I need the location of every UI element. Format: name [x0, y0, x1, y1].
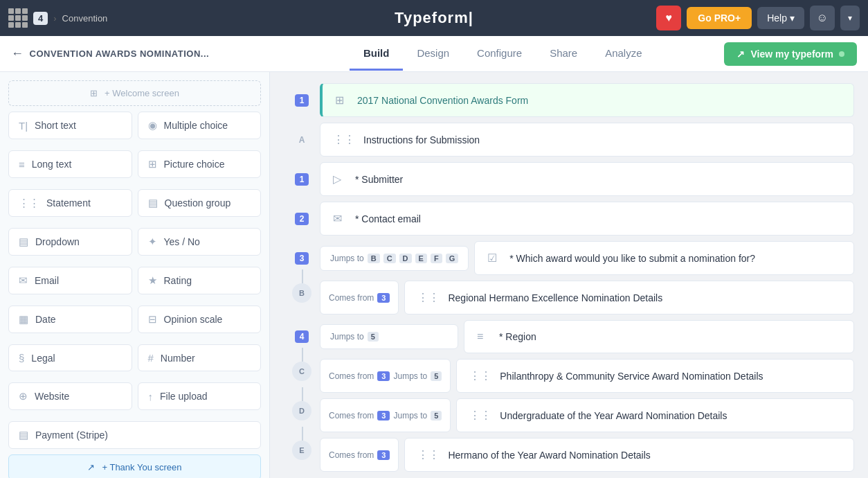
contact-email-row-num: 2 [284, 202, 320, 236]
sidebar-item-label: File upload [160, 391, 208, 402]
heart-button[interactable]: ♥ [656, 6, 681, 30]
tab-share[interactable]: Share [536, 37, 591, 71]
jumps-to-label-4: Jumps to [330, 332, 364, 342]
workspace-num[interactable]: 4 [33, 12, 48, 25]
comes-B-text: Regional Hermano Excellence Nomination D… [448, 292, 841, 303]
apps-grid-icon[interactable] [8, 8, 28, 28]
submitter-row: 1 ▷ * Submitter [284, 162, 854, 196]
sidebar-item-opinion-scale[interactable]: ⊟ Opinion scale [138, 306, 262, 333]
long-text-icon: ≡ [19, 159, 25, 170]
comes-B-icon: ⋮⋮ [417, 291, 440, 304]
sidebar-item-email[interactable]: ✉ Email [8, 267, 132, 294]
comes-D-meta: Comes from 3 Jumps to 5 [320, 398, 451, 432]
submitter-badge: 1 [295, 173, 309, 186]
comes-letter-E: E [292, 441, 311, 460]
title-card[interactable]: ⊞ 2017 National Convention Awards Form [320, 83, 854, 117]
submitter-row-num: 1 [284, 162, 320, 196]
yes-no-icon: ✦ [148, 236, 157, 248]
jump-4-badge: 4 [295, 330, 309, 343]
submitter-card[interactable]: ▷ * Submitter [320, 162, 854, 196]
jump-4-card[interactable]: ≡ * Region [464, 320, 854, 353]
subnav-breadcrumb: CONVENTION AWARDS NOMINATION... [30, 48, 210, 59]
instructions-card[interactable]: ⋮⋮ Instructions for Submission [320, 123, 854, 157]
topbar-chevron-button[interactable]: ▾ [840, 6, 860, 30]
jump-4-text: * Region [499, 331, 841, 342]
sidebar-item-label: Payment (Stripe) [35, 430, 108, 441]
jump-3-card[interactable]: ☑ * Which award would you like to submit… [474, 241, 854, 275]
jump-4-icon: ≡ [477, 330, 491, 343]
sidebar-item-legal[interactable]: § Legal [8, 344, 132, 371]
topbar-left: 4 › Convention [8, 8, 107, 28]
topbar-breadcrumb[interactable]: Convention [62, 13, 108, 24]
topbar-separator: › [53, 13, 56, 24]
comes-E-text: Hermano of the Year Award Nomination Det… [448, 450, 841, 461]
sidebar-item-short-text[interactable]: T| Short text [8, 112, 132, 139]
instructions-row-num: A [284, 123, 320, 157]
date-icon: ▦ [19, 313, 28, 326]
sidebar-item-multiple-choice[interactable]: ◉ Multiple choice [138, 112, 262, 139]
comes-B-card[interactable]: ⋮⋮ Regional Hermano Excellence Nominatio… [404, 281, 854, 315]
jump-badge-E: E [415, 254, 427, 263]
sidebar-item-website[interactable]: ⊕ Website [8, 382, 132, 410]
contact-email-card[interactable]: ✉ * Contact email [320, 202, 854, 236]
comes-D-jump-badge: 5 [431, 411, 442, 421]
tab-design[interactable]: Design [403, 37, 463, 71]
instructions-letter: A [299, 135, 305, 145]
title-card-text: 2017 National Convention Awards Form [357, 95, 841, 106]
tab-analyze[interactable]: Analyze [591, 37, 655, 71]
submitter-text: * Submitter [355, 174, 841, 185]
subnav-tabs: Build Design Configure Share Analyze [281, 37, 724, 71]
sidebar-item-rating[interactable]: ★ Rating [138, 267, 262, 294]
sidebar-item-question-group[interactable]: ▤ Question group [138, 189, 262, 217]
comes-E-card[interactable]: ⋮⋮ Hermano of the Year Award Nomination … [404, 438, 854, 472]
sidebar-item-file-upload[interactable]: ↑ File upload [138, 382, 262, 410]
jump-badge-B: B [368, 254, 380, 263]
view-my-typeform-button[interactable]: ↗ View my typeform [724, 42, 857, 66]
jumps-to-label: Jumps to [330, 254, 364, 263]
thank-you-screen-item[interactable]: ↗ + Thank You screen [8, 454, 261, 478]
sidebar-item-picture-choice[interactable]: ⊞ Picture choice [138, 150, 262, 178]
sidebar-item-payment[interactable]: ▤ Payment (Stripe) [8, 421, 261, 449]
sidebar-item-date[interactable]: ▦ Date [8, 306, 132, 333]
gopro-button[interactable]: Go PRO+ [687, 7, 752, 29]
payment-icon: ▤ [19, 429, 28, 441]
subnav: ← CONVENTION AWARDS NOMINATION... Build … [0, 36, 868, 72]
sidebar-item-label: Question group [165, 197, 231, 209]
comes-row-B: B Comes from 3 ⋮⋮ Regional Hermano Excel… [284, 281, 854, 315]
sidebar-item-statement[interactable]: ⋮⋮ Statement [8, 189, 132, 217]
sidebar-item-dropdown[interactable]: ▤ Dropdown [8, 228, 132, 256]
sidebar-item-long-text[interactable]: ≡ Long text [8, 150, 132, 178]
instructions-text: Instructions for Submission [363, 134, 841, 145]
comes-D-card[interactable]: ⋮⋮ Undergraduate of the Year Award Nomin… [456, 398, 854, 432]
contact-email-icon: ✉ [333, 212, 347, 225]
comes-B-meta: Comes from 3 [320, 281, 399, 315]
comes-letter-B: B [292, 283, 311, 303]
topbar: 4 › Convention Typeform| ♥ Go PRO+ Help … [0, 0, 868, 36]
welcome-screen-icon: ⊞ [90, 88, 98, 98]
tab-build[interactable]: Build [350, 37, 404, 71]
comes-from-badge-D: 3 [377, 411, 390, 421]
welcome-screen-item[interactable]: ⊞ + Welcome screen [8, 80, 261, 106]
comes-from-label-B: Comes from [329, 293, 374, 303]
jump-3-icon: ☑ [487, 251, 501, 265]
tab-configure[interactable]: Configure [463, 37, 536, 71]
sidebar-item-number[interactable]: # Number [138, 344, 262, 371]
comes-C-jump-badge: 5 [431, 371, 442, 381]
comes-D-text: Undergraduate of the Year Award Nominati… [500, 410, 841, 421]
website-icon: ⊕ [19, 390, 28, 402]
opinion-scale-icon: ⊟ [148, 313, 157, 326]
comes-E-icon: ⋮⋮ [417, 448, 440, 461]
sidebar-item-yes-no[interactable]: ✦ Yes / No [138, 228, 262, 256]
help-button[interactable]: Help ▾ [757, 7, 804, 29]
help-label: Help [767, 12, 787, 24]
comes-C-card[interactable]: ⋮⋮ Philanthropy & Community Service Awar… [456, 359, 854, 393]
jump-row-3: 3 Jumps to B C D E F G ☑ * Which award w… [284, 241, 854, 275]
jump-3-meta: Jumps to B C D E F G [320, 246, 469, 271]
back-button[interactable]: ← [11, 46, 24, 61]
title-card-icon: ⊞ [335, 94, 349, 107]
instructions-row: A ⋮⋮ Instructions for Submission [284, 123, 854, 157]
comes-row-D: D Comes from 3 Jumps to 5 ⋮⋮ Undergradua… [284, 398, 854, 432]
title-row-num: 1 [284, 83, 320, 117]
contact-email-badge: 2 [295, 213, 309, 225]
smiley-button[interactable]: ☺ [810, 6, 835, 30]
